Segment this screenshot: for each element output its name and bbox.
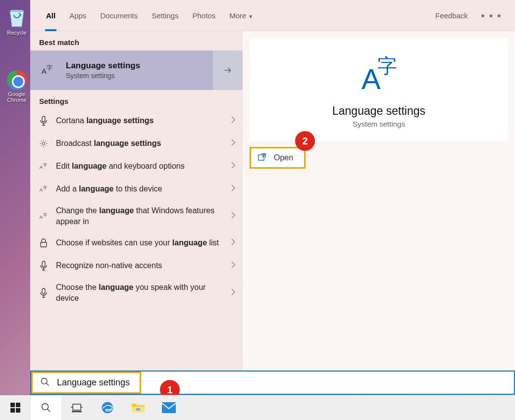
expand-arrow-icon[interactable] <box>213 50 243 90</box>
results-list: Best match A字 Language settings System s… <box>30 31 243 395</box>
lock-icon <box>38 238 49 247</box>
svg-rect-24 <box>73 404 81 410</box>
search-icon <box>40 377 50 389</box>
search-bar[interactable] <box>30 371 515 395</box>
chevron-down-icon: ▼ <box>248 14 253 19</box>
file-explorer-icon[interactable] <box>123 395 154 420</box>
lang-icon: A字 <box>38 212 49 221</box>
svg-point-3 <box>42 142 45 144</box>
tab-apps[interactable]: Apps <box>62 0 93 31</box>
svg-point-22 <box>42 404 49 410</box>
chevron-right-icon <box>231 261 236 271</box>
gear-icon <box>38 139 49 148</box>
taskbar-search-button[interactable] <box>31 395 61 420</box>
task-view-button[interactable] <box>61 395 92 420</box>
settings-result-item[interactable]: A字Change the language that Windows featu… <box>30 200 243 232</box>
mail-app-icon[interactable] <box>154 395 184 420</box>
svg-rect-15 <box>258 155 264 160</box>
tab-photos[interactable]: Photos <box>185 0 222 31</box>
svg-text:字: 字 <box>43 163 47 167</box>
open-icon <box>258 152 267 163</box>
taskbar <box>0 395 515 420</box>
svg-line-23 <box>48 409 51 412</box>
tab-all[interactable]: All <box>39 0 62 31</box>
svg-rect-12 <box>42 288 45 294</box>
svg-rect-2 <box>42 116 45 122</box>
feedback-link[interactable]: Feedback <box>435 11 468 20</box>
section-best-match: Best match <box>30 31 243 50</box>
detail-subtitle: System settings <box>250 120 508 128</box>
chevron-right-icon <box>231 139 236 148</box>
settings-result-item[interactable]: Broadcast language settings <box>30 132 243 155</box>
chevron-right-icon <box>231 211 236 221</box>
svg-line-17 <box>47 383 49 385</box>
svg-text:字: 字 <box>377 55 397 77</box>
tab-documents[interactable]: Documents <box>93 0 145 31</box>
svg-text:字: 字 <box>47 64 52 71</box>
result-text: Edit language and keyboard options <box>56 161 231 172</box>
language-icon-large: A 字 <box>250 52 508 98</box>
chevron-right-icon <box>231 116 236 126</box>
svg-rect-20 <box>10 408 15 413</box>
tab-more[interactable]: More▼ <box>222 0 260 31</box>
svg-point-16 <box>42 378 48 384</box>
settings-result-item[interactable]: A字Edit language and keyboard options <box>30 155 243 178</box>
settings-result-item[interactable]: A字Add a language to this device <box>30 178 243 200</box>
chrome-shortcut[interactable]: Google Chrome <box>5 70 29 103</box>
svg-rect-11 <box>42 261 45 267</box>
result-text: Recognize non-native accents <box>56 260 231 271</box>
svg-rect-10 <box>41 242 47 247</box>
result-text: Add a language to this device <box>56 184 231 194</box>
detail-header: A 字 Language settings System settings <box>250 38 508 141</box>
chevron-right-icon <box>231 161 236 171</box>
svg-rect-19 <box>16 403 20 407</box>
svg-text:A: A <box>42 67 47 75</box>
svg-rect-18 <box>10 403 15 407</box>
chrome-label: Google Chrome <box>5 91 29 103</box>
mic-icon <box>38 288 49 298</box>
svg-rect-30 <box>136 408 140 411</box>
svg-rect-21 <box>16 408 20 413</box>
recycle-bin[interactable]: Recycle <box>5 5 29 36</box>
svg-text:字: 字 <box>43 213 47 217</box>
start-button[interactable] <box>0 395 31 420</box>
svg-text:A: A <box>40 187 43 192</box>
open-button[interactable]: Open <box>250 147 306 169</box>
edge-browser-icon[interactable] <box>92 395 123 420</box>
settings-result-item[interactable]: Choose the language you speak with your … <box>30 277 243 308</box>
lang-icon: A字 <box>38 162 49 171</box>
language-icon: A字 <box>39 61 57 79</box>
mic-icon <box>38 116 49 126</box>
settings-result-item[interactable]: Choose if websites can use your language… <box>30 232 243 254</box>
result-detail-pane: A 字 Language settings System settings 2 … <box>243 31 515 395</box>
settings-result-item[interactable]: Recognize non-native accents <box>30 254 243 277</box>
tab-settings[interactable]: Settings <box>145 0 185 31</box>
settings-result-item[interactable]: Cortana language settings <box>30 109 243 132</box>
result-text: Choose if websites can use your language… <box>56 237 231 248</box>
search-results-panel: All Apps Documents Settings Photos More▼… <box>30 0 515 395</box>
result-text: Cortana language settings <box>56 115 231 126</box>
open-label: Open <box>274 153 293 162</box>
chevron-right-icon <box>231 184 236 194</box>
options-menu-icon[interactable]: ● ● ● <box>477 11 506 19</box>
section-settings: Settings <box>30 90 243 109</box>
result-text: Change the language that Windows feature… <box>56 205 231 227</box>
chevron-right-icon <box>231 288 236 298</box>
svg-text:A: A <box>40 164 43 170</box>
best-match-subtitle: System settings <box>66 72 140 80</box>
mic-icon <box>38 261 49 271</box>
detail-title: Language settings <box>250 104 508 118</box>
svg-text:A: A <box>40 214 43 220</box>
annotation-badge-2: 2 <box>295 131 315 151</box>
chevron-right-icon <box>231 238 236 248</box>
svg-text:字: 字 <box>43 186 47 190</box>
result-text: Broadcast language settings <box>56 138 231 149</box>
lang-icon: A字 <box>38 185 49 193</box>
svg-rect-31 <box>162 402 176 413</box>
best-match-title: Language settings <box>66 61 140 71</box>
best-match-result[interactable]: A字 Language settings System settings <box>30 50 243 90</box>
recycle-bin-label: Recycle <box>5 30 29 36</box>
result-text: Choose the language you speak with your … <box>56 282 231 303</box>
search-filter-tabs: All Apps Documents Settings Photos More▼… <box>30 0 515 31</box>
search-input[interactable] <box>57 377 404 388</box>
